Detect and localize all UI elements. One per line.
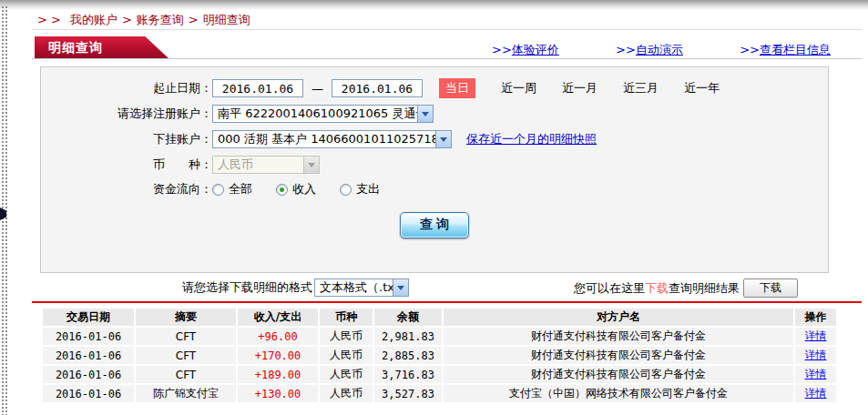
download-hint-link[interactable]: 下载: [645, 280, 669, 297]
col-header-counterparty: 对方户名: [444, 309, 793, 326]
registered-account-row: 请选择注册账户： 南平 6222001406100921065 灵通卡: [41, 104, 828, 124]
currency-value: 人民币: [213, 157, 303, 173]
end-date-input[interactable]: [332, 79, 423, 97]
results-table: 交易日期 摘要 收入/支出 币种 余额 对方户名 操作 2016-01-06 C…: [41, 307, 838, 404]
download-hint-group: 您可以在这里下载查询明细结果 下载: [574, 278, 798, 298]
table-row: 2016-01-06 陈广锦支付宝 +130.00 人民币 3,527.83 支…: [43, 385, 836, 402]
link-prefix: >>: [740, 43, 760, 56]
cell-currency: 人民币: [320, 366, 373, 383]
registered-account-label: 请选择注册账户：: [41, 106, 212, 122]
col-header-summary: 摘要: [136, 309, 236, 326]
cell-balance: 3,527.83: [374, 385, 442, 402]
cell-amount: +96.00: [238, 328, 318, 345]
sub-account-value: 000 活期 基本户 1406600101102571848: [213, 131, 435, 147]
radio-selected-icon[interactable]: [276, 184, 288, 196]
link-experience-review[interactable]: >>体验评价: [492, 42, 559, 58]
sub-account-row: 下挂账户： 000 活期 基本户 1406600101102571848 保存近…: [41, 129, 828, 149]
sub-account-label: 下挂账户：: [41, 131, 212, 147]
snapshot-link[interactable]: 保存近一个月的明细快照: [466, 131, 597, 147]
breadcrumb: > >我的账户>账务查询>明细查询: [37, 12, 250, 28]
link-auto-demo[interactable]: >>自动演示: [616, 42, 683, 58]
breadcrumb-detail-query[interactable]: 明细查询: [203, 13, 250, 26]
table-row: 2016-01-06 CFT +189.00 人民币 3,716.83 财付通支…: [43, 366, 836, 383]
date-dash: —: [311, 82, 323, 96]
cell-balance: 2,981.83: [374, 328, 442, 345]
cell-date: 2016-01-06: [43, 366, 134, 383]
breadcrumb-separator: >: [122, 13, 132, 26]
cell-counterparty: 财付通支付科技有限公司客户备付金: [444, 328, 793, 345]
detail-link[interactable]: 详情: [805, 349, 827, 361]
cell-currency: 人民币: [320, 328, 373, 345]
tab-detail-query[interactable]: 明细查询: [35, 36, 169, 59]
breadcrumb-account-query[interactable]: 账务查询: [137, 13, 184, 26]
download-format-group: 请您选择下载明细的格式 文本格式（.txt）: [182, 278, 409, 297]
radio-option-all[interactable]: 全部: [212, 181, 252, 197]
cell-summary: 陈广锦支付宝: [136, 385, 236, 402]
sub-account-select[interactable]: 000 活期 基本户 1406600101102571848: [212, 130, 452, 148]
download-hint-pre: 您可以在这里: [574, 280, 645, 297]
chevron-down-icon[interactable]: [417, 106, 433, 122]
radio-option-expense[interactable]: 支出: [340, 181, 380, 197]
chevron-down-icon[interactable]: [435, 131, 451, 147]
cell-amount: +130.00: [238, 385, 318, 402]
detail-link[interactable]: 详情: [805, 329, 827, 342]
radio-option-income[interactable]: 收入: [276, 181, 316, 197]
cell-date: 2016-01-06: [43, 328, 134, 345]
range-month-button[interactable]: 近一月: [562, 80, 597, 96]
registered-account-select[interactable]: 南平 6222001406100921065 灵通卡: [212, 105, 434, 123]
link-prefix: >>: [492, 43, 512, 56]
chevron-down-icon[interactable]: [393, 279, 408, 296]
cell-date: 2016-01-06: [43, 347, 134, 364]
col-header-action: 操作: [795, 309, 836, 326]
fund-flow-label: 资金流向：: [41, 181, 212, 197]
tab-divider: [32, 58, 862, 59]
col-header-date: 交易日期: [43, 309, 134, 326]
tab-title: 明细查询: [48, 40, 103, 55]
col-header-currency: 币种: [320, 309, 373, 326]
cell-currency: 人民币: [320, 385, 373, 402]
date-range-label: 起止日期：: [41, 80, 212, 96]
query-form: 起止日期： — 当日 近一周 近一月 近三月 近一年 请选择注册账户： 南平 6…: [40, 66, 829, 273]
radio-all-label: 全部: [229, 181, 252, 197]
radio-expense-label: 支出: [356, 181, 380, 197]
link-column-info[interactable]: >>查看栏目信息: [740, 42, 831, 58]
currency-select: 人民币: [212, 156, 320, 174]
radio-income-label: 收入: [292, 181, 316, 197]
link-prefix: >>: [616, 43, 636, 56]
date-range-row: 起止日期： — 当日 近一周 近一月 近三月 近一年: [41, 78, 828, 98]
cell-currency: 人民币: [320, 347, 373, 364]
cell-counterparty: 财付通支付科技有限公司客户备付金: [444, 366, 793, 383]
download-button[interactable]: 下载: [743, 278, 798, 298]
breadcrumb-divider: [32, 29, 862, 30]
cell-balance: 3,716.83: [374, 366, 442, 383]
radio-icon[interactable]: [340, 184, 352, 196]
col-header-balance: 余额: [374, 309, 442, 326]
header-links: >>体验评价 >>自动演示 >>查看栏目信息: [492, 42, 831, 58]
cell-counterparty: 支付宝（中国）网络技术有限公司客户备付金: [444, 385, 793, 402]
range-week-button[interactable]: 近一周: [501, 80, 536, 96]
cell-amount: +170.00: [238, 347, 318, 364]
breadcrumb-my-account[interactable]: 我的账户: [70, 13, 117, 26]
chevron-down-icon: [303, 157, 319, 173]
breadcrumb-separator: >: [189, 13, 199, 26]
range-today-button[interactable]: 当日: [439, 78, 475, 98]
registered-account-value: 南平 6222001406100921065 灵通卡: [213, 106, 417, 122]
range-quarter-button[interactable]: 近三月: [623, 80, 659, 96]
query-button[interactable]: 查 询: [400, 212, 469, 238]
start-date-input[interactable]: [212, 79, 303, 97]
range-year-button[interactable]: 近一年: [684, 80, 720, 96]
cell-summary: CFT: [136, 347, 236, 364]
page: > >我的账户>账务查询>明细查询 明细查询 >>体验评价 >>自动演示 >>查…: [0, 0, 868, 415]
fund-flow-row: 资金流向： 全部 收入 支出: [41, 179, 828, 199]
cell-summary: CFT: [136, 366, 236, 383]
download-format-select[interactable]: 文本格式（.txt）: [314, 278, 409, 297]
col-header-amount: 收入/支出: [238, 309, 318, 326]
cell-amount: +189.00: [238, 366, 318, 383]
detail-link[interactable]: 详情: [805, 387, 827, 400]
query-button-row: 查 询: [41, 211, 828, 238]
table-header-row: 交易日期 摘要 收入/支出 币种 余额 对方户名 操作: [43, 309, 836, 326]
cell-counterparty: 财付通支付科技有限公司客户备付金: [444, 347, 793, 364]
detail-link[interactable]: 详情: [805, 368, 827, 380]
cell-summary: CFT: [136, 328, 236, 345]
radio-icon[interactable]: [212, 184, 224, 196]
